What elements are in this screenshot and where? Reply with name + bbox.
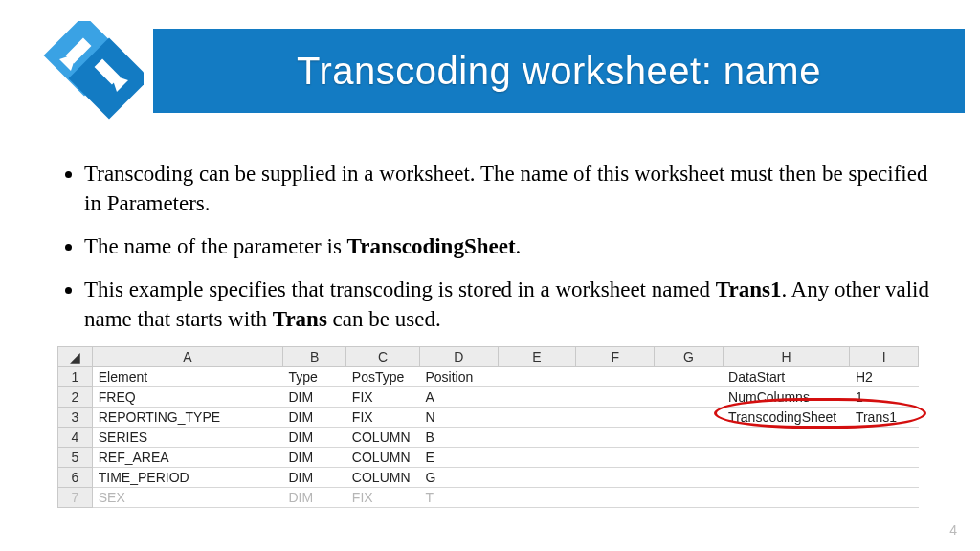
cell <box>723 448 850 468</box>
col-C: C <box>346 347 420 367</box>
cell: FREQ <box>92 387 282 408</box>
select-all-corner: ◢ <box>58 347 93 367</box>
cell <box>723 428 850 448</box>
column-header-row: ◢ A B C D E F G H I <box>58 347 919 367</box>
col-G: G <box>655 347 724 367</box>
cell: DIM <box>282 387 345 408</box>
cell: Type <box>282 367 345 387</box>
row-number: 3 <box>58 408 93 428</box>
sheet-row-2: 2FREQDIMFIXANumColumns1 <box>58 387 919 408</box>
cell: FIX <box>346 408 420 428</box>
cell: 1 <box>850 387 919 408</box>
cell: DIM <box>282 448 345 468</box>
cell <box>723 468 850 488</box>
title-bar: Transcoding worksheet: name <box>153 29 965 113</box>
row-number: 2 <box>58 387 93 408</box>
cell: FIX <box>346 488 420 508</box>
cell: Element <box>92 367 282 387</box>
row-number: 5 <box>58 448 93 468</box>
cell: PosType <box>346 367 420 387</box>
cell: SERIES <box>92 428 282 448</box>
cell: H2 <box>850 367 919 387</box>
body-text: Transcoding can be supplied in a workshe… <box>57 159 942 347</box>
cell: TranscodingSheet <box>723 408 850 428</box>
col-D: D <box>419 347 498 367</box>
col-A: A <box>92 347 282 367</box>
col-E: E <box>498 347 576 367</box>
sheet-row-5: 5REF_AREADIMCOLUMNE <box>58 448 919 468</box>
bullet-2: The name of the parameter is Transcoding… <box>84 231 942 261</box>
cell: DataStart <box>723 367 850 387</box>
col-I: I <box>850 347 919 367</box>
cell: DIM <box>282 408 345 428</box>
cell: REPORTING_TYPE <box>92 408 282 428</box>
col-H: H <box>723 347 850 367</box>
bullet-3: This example specifies that transcoding … <box>84 275 942 334</box>
sheet-row-6: 6TIME_PERIODDIMCOLUMNG <box>58 468 919 488</box>
cell: COLUMN <box>346 448 420 468</box>
cell: T <box>419 488 498 508</box>
row-number: 7 <box>58 488 93 508</box>
cell: B <box>419 428 498 448</box>
cell: N <box>419 408 498 428</box>
col-B: B <box>282 347 345 367</box>
bullet-1: Transcoding can be supplied in a workshe… <box>84 159 942 218</box>
slide-title: Transcoding worksheet: name <box>297 50 821 93</box>
row-number: 4 <box>58 428 93 448</box>
cell: G <box>419 468 498 488</box>
col-F: F <box>576 347 655 367</box>
logo-diamond-arrows <box>17 21 144 121</box>
sheet-row-4: 4SERIESDIMCOLUMNB <box>58 428 919 448</box>
cell: REF_AREA <box>92 448 282 468</box>
cell: NumColumns <box>723 387 850 408</box>
row-number: 6 <box>58 468 93 488</box>
row-number: 1 <box>58 367 93 387</box>
cell: E <box>419 448 498 468</box>
cell: COLUMN <box>346 468 420 488</box>
spreadsheet: ◢ A B C D E F G H I 1ElementTypePosTypeP… <box>57 346 919 508</box>
cell <box>850 468 919 488</box>
cell: SEX <box>92 488 282 508</box>
cell: DIM <box>282 428 345 448</box>
sheet-row-faded: 7SEXDIMFIXT <box>58 488 919 508</box>
cell: Trans1 <box>850 408 919 428</box>
cell: A <box>419 387 498 408</box>
cell: DIM <box>282 468 345 488</box>
cell <box>850 448 919 468</box>
sheet-row-3: 3REPORTING_TYPEDIMFIXNTranscodingSheetTr… <box>58 408 919 428</box>
sheet-row-1: 1ElementTypePosTypePositionDataStartH2 <box>58 367 919 387</box>
cell: Position <box>419 367 498 387</box>
cell: DIM <box>282 488 345 508</box>
cell: TIME_PERIOD <box>92 468 282 488</box>
cell <box>850 428 919 448</box>
cell: FIX <box>346 387 420 408</box>
cell: COLUMN <box>346 428 420 448</box>
page-number: 4 <box>949 522 957 538</box>
